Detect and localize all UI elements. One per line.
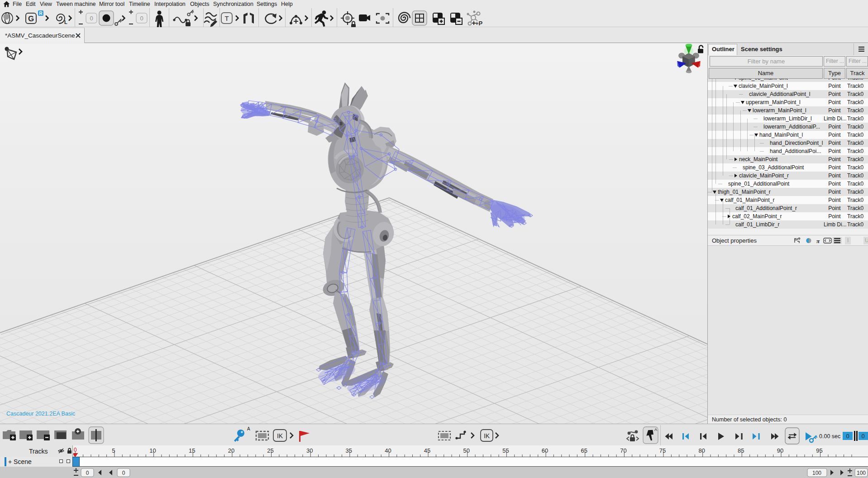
svg-text:+P: +P: [475, 20, 483, 27]
svg-text:65: 65: [581, 447, 587, 454]
svg-text:0: 0: [74, 447, 77, 453]
svg-text:10: 10: [149, 447, 156, 454]
svg-text:0.00 sec: 0.00 sec: [819, 433, 840, 440]
svg-text:85: 85: [738, 447, 744, 454]
svg-text:40: 40: [385, 447, 391, 454]
svg-text:20: 20: [228, 447, 234, 454]
svg-text:35: 35: [346, 447, 352, 454]
svg-text:30: 30: [306, 447, 313, 454]
svg-text:π: π: [816, 238, 820, 244]
svg-text:R: R: [39, 11, 43, 16]
svg-text:100: 100: [812, 470, 821, 476]
svg-text:L: L: [64, 19, 67, 25]
svg-text:A: A: [247, 426, 250, 431]
svg-text:IK: IK: [484, 432, 490, 440]
svg-text:15: 15: [189, 447, 195, 454]
svg-text:G: G: [28, 14, 34, 23]
svg-text:60: 60: [542, 447, 548, 454]
svg-text:100: 100: [857, 470, 866, 476]
svg-text:5: 5: [112, 447, 115, 454]
svg-text:0: 0: [90, 15, 93, 22]
svg-text:80: 80: [698, 447, 705, 454]
svg-text:0: 0: [861, 433, 864, 440]
svg-text:Cascadeur 2021.2EA Basic: Cascadeur 2021.2EA Basic: [6, 411, 75, 417]
svg-text:50: 50: [463, 447, 470, 454]
svg-text:45: 45: [424, 447, 430, 454]
svg-text:IK: IK: [277, 432, 283, 440]
svg-text:70: 70: [620, 447, 626, 454]
svg-text:55: 55: [502, 447, 509, 454]
svg-text:75: 75: [659, 447, 666, 454]
svg-text:T: T: [224, 14, 229, 22]
svg-text:0: 0: [140, 15, 143, 22]
svg-text:0: 0: [846, 433, 849, 440]
svg-text:25: 25: [267, 447, 273, 454]
svg-text:A: A: [654, 427, 657, 432]
svg-text:95: 95: [816, 447, 822, 454]
svg-text:0: 0: [86, 470, 89, 476]
svg-text:90: 90: [777, 447, 783, 454]
svg-text:0: 0: [122, 470, 125, 476]
